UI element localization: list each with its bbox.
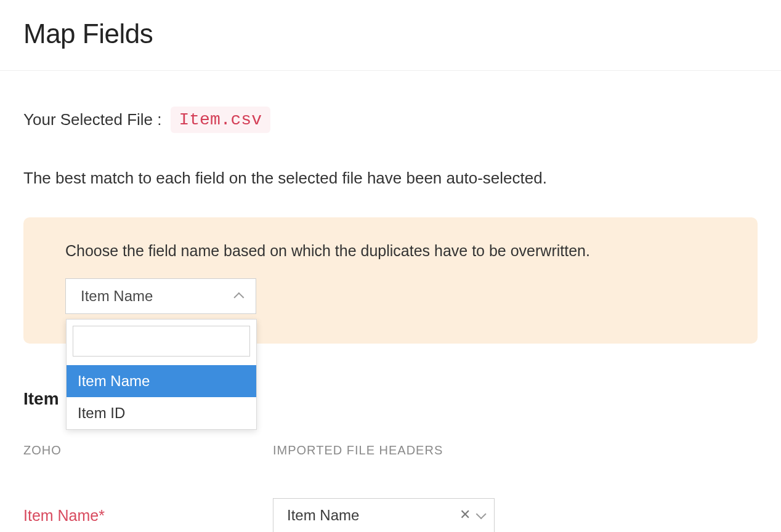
dropdown-option-item-id[interactable]: Item ID (67, 397, 256, 429)
selected-file-row: Your Selected File : Item.csv (23, 107, 758, 133)
auto-select-hint: The best match to each field on the sele… (23, 169, 758, 188)
duplicate-field-select-value: Item Name (81, 288, 153, 305)
mapping-row: Item Name* Item Name ✕ (23, 498, 758, 532)
selected-file-label: Your Selected File : (23, 110, 162, 129)
column-header-imported: IMPORTED FILE HEADERS (273, 443, 443, 457)
mapping-field-label: Item Name* (23, 507, 273, 525)
column-header-zoho: ZOHO (23, 443, 273, 457)
selected-file-name: Item.csv (171, 107, 270, 133)
chevron-up-icon (236, 292, 245, 300)
duplicate-field-select[interactable]: Item Name (65, 278, 256, 314)
mapping-value-select[interactable]: Item Name ✕ (273, 498, 495, 532)
duplicate-panel-label: Choose the field name based on which the… (65, 242, 716, 260)
dropdown-search-input[interactable] (73, 326, 250, 357)
mapping-value-text: Item Name (287, 507, 359, 524)
mapping-column-headers: ZOHO IMPORTED FILE HEADERS (23, 443, 758, 457)
duplicate-field-dropdown: Item Name Item ID (66, 319, 257, 430)
dropdown-option-item-name[interactable]: Item Name (67, 365, 256, 397)
divider (0, 70, 781, 71)
page-title: Map Fields (23, 18, 758, 49)
dropdown-options-list: Item Name Item ID (67, 365, 256, 429)
clear-icon[interactable]: ✕ (459, 508, 471, 522)
chevron-down-icon (475, 511, 484, 520)
